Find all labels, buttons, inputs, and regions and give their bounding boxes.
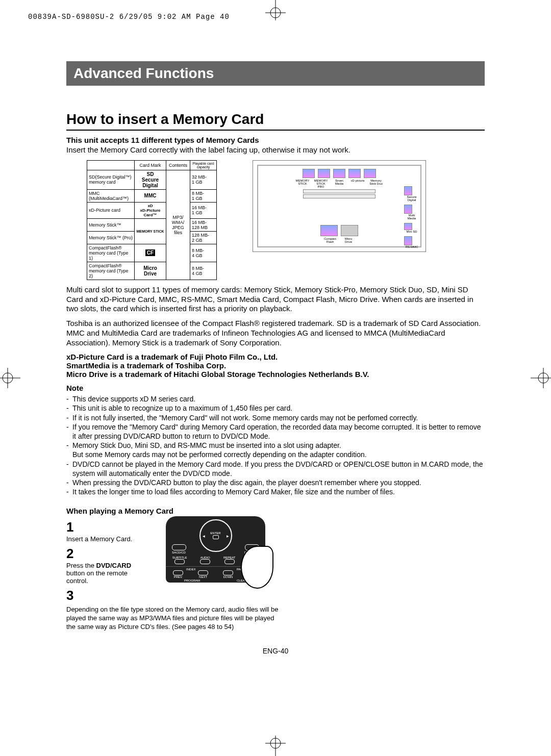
th-capacity: Playable card capacity — [190, 160, 217, 170]
note-item: It takes the longer time to load files a… — [72, 487, 395, 496]
card-icon — [320, 225, 338, 236]
row-mark: Micro Drive — [135, 262, 166, 280]
paragraph: Multi card slot to support 11 types of m… — [66, 285, 485, 314]
memory-card-table: Card Mark Contents Playable card capacit… — [87, 160, 217, 280]
note-heading: Note — [66, 384, 485, 392]
page-number: ENG-40 — [66, 647, 485, 655]
nav-ring-icon: ENTER ◀ ▶ — [199, 519, 232, 552]
card-icon — [404, 236, 412, 245]
step-text: Press the DVD/CARD button on the remote … — [66, 562, 151, 585]
intro-text: Insert the Memory Card correctly with th… — [66, 145, 485, 155]
btn-label: NEXT — [198, 575, 208, 578]
enter-label: ENTER — [210, 532, 220, 535]
trademark-line: Micro Drive is a trademark of Hitachi Gl… — [66, 370, 485, 379]
btn-label: SUBTITLE — [172, 556, 187, 559]
note-item: If you remove the "Memory Card" during M… — [72, 422, 485, 441]
crop-mark-bottom — [265, 736, 286, 756]
row-name: CompactFlash® memory card (Type 1) — [87, 244, 135, 262]
hand-icon — [241, 546, 273, 589]
sacd-label: SACD/CD — [172, 551, 186, 554]
remote-button-icon — [200, 559, 210, 564]
row-mark: SD Secure Digital — [135, 170, 166, 189]
crop-mark-right — [531, 368, 551, 388]
note-item: This unit is able to recognize up to a m… — [72, 404, 292, 413]
row-cap: 128 MB- 2 GB — [190, 231, 217, 244]
diagram-label: Compact Flash — [322, 237, 338, 243]
diagram-label: Micro Drive — [341, 237, 356, 243]
note-item: Memory Stick Duo, Mini SD, and RS-MMC mu… — [72, 441, 367, 459]
card-icon — [404, 186, 412, 195]
diagram-label: MEMORY STICK PRO — [313, 179, 329, 188]
th-contents: Contents — [166, 160, 190, 170]
section-heading: Advanced Functions — [66, 61, 485, 86]
row-name: Memory Stick™ (Pro) — [87, 231, 135, 244]
remote-button-icon — [174, 559, 185, 564]
arrow-left-icon: ◀ — [203, 534, 205, 538]
btn-label: PREV. — [173, 575, 183, 578]
note-list: -This device supports xD M series card. … — [66, 394, 485, 496]
row-name: MMC (MultiMediaCard™) — [87, 189, 135, 202]
card-icon — [318, 169, 330, 178]
row-name: CompactFlash® memory card (Type 2) — [87, 262, 135, 280]
btn-label: DOWN — [223, 575, 233, 578]
note-item: This device supports xD M series card. — [72, 394, 195, 404]
diagram-label: Mini SD — [404, 230, 419, 233]
note-item: DVD/CD cannot be played in the Memory Ca… — [72, 460, 485, 478]
diagram-label: MEMORY STICK — [295, 179, 310, 188]
step-text: Depending on the file type stored on the… — [66, 606, 281, 632]
card-icon — [333, 169, 345, 178]
card-icon — [364, 169, 376, 178]
playing-heading: When playing a Memory Card — [66, 507, 485, 515]
remote-button-icon — [198, 570, 208, 575]
diagram-label: Memory Stick Duo — [368, 179, 384, 188]
remote-button-icon — [173, 570, 183, 575]
group-label: PROGRAM — [184, 579, 200, 582]
row-mark: xD xD-Picture Card™ — [135, 202, 166, 218]
slot-diagram: MEMORY STICK MEMORY STICK PRO Smart Medi… — [253, 160, 426, 252]
paragraph: Toshiba is an authorized licensee of the… — [66, 319, 485, 347]
crop-mark-left — [0, 368, 20, 388]
step-number: 2 — [66, 546, 151, 562]
step-number: 3 — [66, 588, 485, 603]
remote-illustration: ENTER ◀ ▶ SACD/CD DVD/CARD SUBTITLE AUDI… — [166, 516, 265, 583]
th-mark: Card Mark — [135, 160, 166, 170]
diagram-label: Smart Media — [332, 179, 347, 188]
arrow-right-icon: ▶ — [227, 534, 229, 538]
row-name: Memory Stick™ — [87, 218, 135, 231]
row-name: xD-Picture card — [87, 202, 135, 218]
print-header: 00839A-SD-6980SU-2 6/29/05 9:02 AM Page … — [28, 13, 230, 21]
row-mark: CF — [135, 244, 166, 262]
remote-button-icon — [223, 570, 233, 575]
btn-label: AUDIO — [200, 556, 210, 559]
enter-button-icon — [213, 535, 219, 539]
row-cap: 8 MB- 4 GB — [190, 262, 217, 280]
diagram-label: xD picture — [350, 179, 365, 188]
card-icon — [341, 225, 358, 236]
row-cap: 8 MB- 4 GB — [190, 244, 217, 262]
note-item: When pressing the DVD/CARD button to pla… — [72, 478, 421, 487]
row-name: SD(Secure Digital™) memory card — [87, 170, 135, 189]
diagram-label: RS-MMC — [404, 245, 419, 248]
intro-bold: This unit accepts 11 different types of … — [66, 136, 485, 144]
page-title: How to insert a Memory Card — [66, 111, 485, 131]
row-cap: 16 MB- 128 MB — [190, 218, 217, 231]
sacd-button-icon — [172, 544, 186, 550]
card-icon — [404, 223, 412, 230]
contents-cell: MP3/ WMA/ JPEG files — [166, 170, 190, 280]
diagram-label: Secure Digital — [404, 195, 419, 201]
card-icon — [348, 169, 361, 178]
crop-mark-top — [265, 0, 286, 20]
row-cap: 8 MB- 1 GB — [190, 189, 217, 202]
card-icon — [404, 205, 412, 214]
trademark-line: SmartMedia is a trademark of Toshiba Cor… — [66, 361, 485, 370]
diagram-label: Multi Media — [404, 214, 419, 220]
slot-icon — [303, 189, 375, 193]
step-number: 1 — [66, 519, 151, 535]
btn-label: REPEAT — [223, 556, 236, 559]
note-item: If it is not fully inserted, the "Memory… — [72, 413, 418, 422]
row-mark: MMC — [135, 189, 166, 202]
remote-button-icon — [224, 559, 235, 564]
row-cap: 16 MB- 1 GB — [190, 202, 217, 218]
row-cap: 32 MB- 1 GB — [190, 170, 217, 189]
step-text: Insert a Memory Card. — [66, 535, 151, 543]
